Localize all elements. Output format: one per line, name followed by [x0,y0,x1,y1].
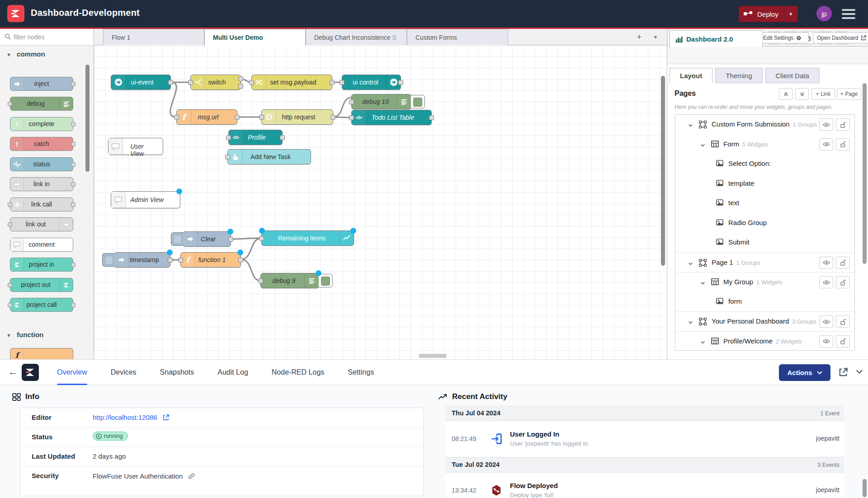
tab-client-data[interactable]: Client Data [765,68,820,83]
port-out-1[interactable] [238,76,243,81]
add-page-button[interactable]: + Page [837,88,861,100]
palette-node-catch[interactable]: ! catch [10,137,73,151]
port-in[interactable] [225,155,230,160]
unlock-icon[interactable] [836,257,850,269]
port-in[interactable] [8,202,12,207]
flow-node-ui-control[interactable]: ui control [342,75,401,90]
visibility-eye-icon[interactable] [819,118,833,131]
chevron-down-icon[interactable] [700,338,705,347]
port-out[interactable] [168,258,173,263]
flow-node-switch[interactable]: switch [190,75,241,90]
flow-node-change[interactable]: set msg.payload [251,75,332,90]
port-in[interactable] [349,115,354,120]
menu-icon[interactable] [842,9,855,19]
tree-row-page[interactable]: Custom Form Submission1 Groups [675,115,854,135]
chevron-down-icon[interactable] [688,122,693,130]
deploy-caret-icon[interactable]: ▼ [784,6,797,22]
flow-node-timestamp-inject[interactable]: timestamp [114,252,170,268]
tab-node-red-logs[interactable]: Node-RED Logs [260,360,336,385]
visibility-eye-icon[interactable] [819,315,833,328]
flow-node-user-view-comment[interactable]: User View [108,138,163,155]
palette-node-inject[interactable]: inject [10,77,73,91]
editor-link[interactable]: http://localhost:12086 [93,413,157,421]
tab-theming[interactable]: Theming [715,68,762,83]
port-in[interactable] [349,99,354,104]
flow-node-msg-url[interactable]: f msg.url [176,109,237,125]
unlock-icon[interactable] [836,335,850,348]
tree-row-widget[interactable]: text [675,193,854,213]
add-flow-icon[interactable]: + [633,31,646,43]
port-out[interactable] [280,135,285,140]
tree-row-page[interactable]: Page 11 Groups [675,253,854,272]
wire[interactable] [333,98,351,117]
palette-node-project-in[interactable]: project in [10,258,73,272]
palette-section-function[interactable]: ▼ function [6,331,43,338]
port-out[interactable] [71,162,75,167]
flow-node-admin-view-comment[interactable]: Admin View [111,191,180,208]
filter-nodes-input[interactable] [14,29,90,45]
chain-link-icon[interactable] [188,473,195,481]
tab-devices[interactable]: Devices [99,360,148,385]
panel-scrollbar[interactable] [863,479,867,497]
tree-row-widget[interactable]: Radio Group [675,213,854,233]
flow-list-icon[interactable]: ▾ [649,31,662,43]
tree-row-widget[interactable]: template [675,174,854,194]
wire[interactable] [170,82,177,117]
inject-button[interactable] [102,253,114,267]
tree-row-group[interactable]: Profile/Welcome2 Widgets [675,331,854,351]
open-editor-external-icon[interactable] [839,368,848,379]
port-out[interactable] [235,115,240,120]
port-in[interactable] [249,80,254,85]
port-out-2[interactable] [238,84,243,89]
flow-node-add-new-task[interactable]: Add New Task [227,149,311,164]
tree-row-page[interactable]: Your Personal Dashboard3 Groups [675,311,854,331]
palette-node-project-call[interactable]: project call [10,298,73,312]
port-out[interactable] [71,142,75,146]
port-in[interactable] [259,115,264,120]
canvas-horizontal-scrollbar[interactable] [419,354,447,358]
palette-node-link-out[interactable]: link out [10,217,73,231]
port-out[interactable] [71,263,75,267]
flow-node-function-1[interactable]: f function 1 [180,252,241,268]
chevron-down-icon[interactable] [688,319,693,327]
visibility-eye-icon[interactable] [819,257,833,269]
tab-layout[interactable]: Layout [670,68,712,83]
port-in[interactable] [174,115,179,120]
collapse-panel-chevron-icon[interactable] [856,369,863,376]
port-out[interactable] [398,80,403,85]
actions-button[interactable]: Actions [779,364,830,381]
canvas-vertical-scrollbar[interactable] [661,76,665,266]
debug-toggle-button[interactable] [411,95,425,108]
tree-row-widget[interactable]: Select Option: [675,154,854,174]
add-link-button[interactable]: + Link [811,88,835,100]
tab-overview[interactable]: Overview [45,360,99,385]
port-in[interactable] [340,80,344,85]
port-out[interactable] [168,80,173,85]
avatar[interactable]: jp [816,6,832,21]
unlock-icon[interactable] [836,315,850,328]
port-out[interactable] [71,182,75,187]
port-in[interactable] [259,236,264,241]
flow-canvas[interactable]: ui-event switch set msg.payload ui contr… [94,45,667,359]
port-in[interactable] [258,278,263,283]
port-in[interactable] [8,102,12,106]
tree-row-widget[interactable]: form [675,292,854,312]
debug-toggle-button[interactable] [319,274,333,287]
visibility-eye-icon[interactable] [819,335,833,348]
palette-node-link-call[interactable]: link call [10,197,73,211]
tab-settings[interactable]: Settings [336,360,386,385]
flow-node-http-request[interactable]: http request [261,109,333,125]
tab-audit-log[interactable]: Audit Log [206,360,260,385]
wire[interactable] [241,238,261,259]
port-in[interactable] [8,303,12,307]
flow-node-profile[interactable]: </> Profile [228,130,283,145]
palette-scrollbar[interactable] [85,65,90,172]
port-out[interactable] [71,122,75,127]
unlock-icon[interactable] [836,138,850,150]
tree-row-group[interactable]: Form5 Widgets [675,135,854,155]
tree-row-widget[interactable]: Submit [675,233,854,253]
expand-all-icon[interactable] [795,88,809,100]
port-in[interactable] [8,222,12,227]
port-out[interactable] [71,82,75,86]
flow-tab-3[interactable]: Debug Chart Inconsistence S [306,29,407,45]
